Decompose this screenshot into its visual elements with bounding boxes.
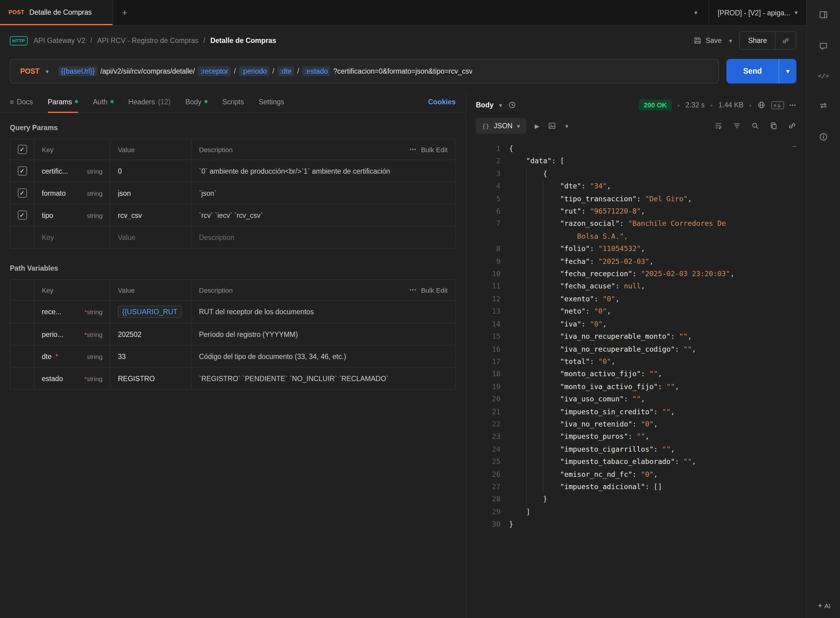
param-description-cell[interactable]: RUT del receptor de los documentos bbox=[191, 301, 455, 323]
code-snippet-icon[interactable]: </> bbox=[818, 73, 829, 79]
more-options-icon[interactable]: ••• bbox=[789, 102, 797, 108]
param-description-cell[interactable]: Description bbox=[191, 226, 455, 248]
method-chevron-icon[interactable]: ▾ bbox=[46, 68, 49, 74]
param-key-cell[interactable]: tipostring bbox=[34, 204, 110, 226]
tab-list-dropdown[interactable]: ▾ bbox=[683, 0, 708, 25]
line-number: 27 bbox=[466, 481, 500, 493]
param-key-cell[interactable]: rece...*string bbox=[34, 301, 110, 323]
preview-options-chevron-icon[interactable]: ▾ bbox=[565, 122, 568, 129]
param-key-cell[interactable]: perio...*string bbox=[34, 324, 110, 345]
send-button[interactable]: Send bbox=[727, 59, 779, 83]
code-line: 12 "exento": "0", bbox=[466, 293, 806, 305]
tab-headers[interactable]: Headers(12) bbox=[128, 91, 171, 112]
tab-settings[interactable]: Settings bbox=[259, 91, 284, 112]
param-value-cell[interactable]: {{USUARIO_RUT bbox=[110, 301, 191, 323]
checkbox-checked[interactable]: ✓ bbox=[18, 145, 27, 154]
variable-value-chip[interactable]: {{USUARIO_RUT bbox=[118, 306, 182, 318]
param-key-cell[interactable]: formatostring bbox=[34, 182, 110, 204]
param-key-cell[interactable]: Key bbox=[34, 226, 110, 248]
line-number: 10 bbox=[466, 267, 500, 280]
request-tab[interactable]: POST Detalle de Compras bbox=[0, 0, 113, 25]
breadcrumb-item[interactable]: Detalle de Compras bbox=[210, 37, 276, 44]
environment-selector[interactable]: [PROD] - [V2] - apiga... ▾ bbox=[708, 0, 806, 25]
copy-icon[interactable] bbox=[769, 122, 778, 130]
response-size[interactable]: 1.44 KB bbox=[718, 101, 743, 108]
breadcrumb-item[interactable]: API Gateway V2 bbox=[34, 37, 86, 44]
param-description-cell[interactable]: `REGISTRO` `PENDIENTE` `NO_INCLUIR` `REC… bbox=[191, 368, 455, 389]
param-description-cell[interactable]: `0` ambiente de producción<br/>`1` ambie… bbox=[191, 160, 455, 182]
bulk-edit-button[interactable]: •••Bulk Edit bbox=[410, 286, 448, 294]
globe-icon[interactable] bbox=[757, 101, 766, 109]
param-value-cell[interactable]: json bbox=[110, 182, 191, 204]
save-options-chevron-icon[interactable]: ▾ bbox=[729, 37, 732, 44]
response-body-selector[interactable]: Body bbox=[476, 101, 494, 108]
link-icon[interactable] bbox=[788, 122, 797, 130]
collapse-response-icon[interactable]: — bbox=[792, 140, 797, 153]
checkbox-checked[interactable]: ✓ bbox=[18, 166, 27, 175]
line-text: "rut": "96571220-8", bbox=[500, 205, 645, 218]
line-number: 20 bbox=[466, 393, 500, 406]
example-icon[interactable]: e.g. bbox=[771, 101, 784, 109]
tab-docs[interactable]: ≡Docs bbox=[10, 91, 33, 112]
format-selector[interactable]: {} JSON ▾ bbox=[476, 118, 526, 134]
response-body-json[interactable]: — 1{2 "data": [3 {4 "dte": "34",5 "tipo_… bbox=[466, 139, 806, 618]
share-button[interactable]: Share bbox=[740, 37, 775, 44]
line-text: "exento": "0", bbox=[500, 293, 620, 305]
dots-icon: ••• bbox=[410, 287, 417, 293]
tab-params[interactable]: Params bbox=[48, 91, 78, 112]
copy-link-icon[interactable] bbox=[776, 37, 796, 45]
checkbox-checked[interactable]: ✓ bbox=[18, 189, 27, 198]
line-text: } bbox=[500, 493, 547, 506]
url-input[interactable]: {{baseUrl}}/api/v2/sii/rcv/compras/detal… bbox=[59, 66, 472, 76]
required-asterisk: * bbox=[84, 330, 86, 338]
param-value-cell[interactable]: 0 bbox=[110, 160, 191, 182]
response-history-icon[interactable] bbox=[508, 101, 517, 109]
response-time[interactable]: 2.32 s bbox=[685, 101, 705, 108]
line-number: 14 bbox=[466, 318, 500, 330]
param-description-cell[interactable]: `json` bbox=[191, 182, 455, 204]
tab-body[interactable]: Body bbox=[185, 91, 207, 112]
documentation-panel-icon[interactable] bbox=[819, 10, 828, 19]
method-selector[interactable]: POST bbox=[10, 67, 46, 75]
visualize-play-icon[interactable]: ▶ bbox=[535, 122, 539, 129]
select-all-cell: ✓ bbox=[10, 139, 34, 160]
related-requests-icon[interactable] bbox=[819, 101, 828, 110]
code-line: 11 "fecha_acuse": null, bbox=[466, 280, 806, 293]
new-tab-button[interactable]: + bbox=[113, 0, 136, 25]
param-value-cell[interactable]: REGISTRO bbox=[110, 368, 191, 389]
param-key-cell[interactable]: estado*string bbox=[34, 368, 110, 389]
line-text: "impuesto_adicional": [] bbox=[500, 481, 662, 493]
search-icon[interactable] bbox=[751, 122, 760, 130]
param-description-cell[interactable]: Código del tipo de documento (33, 34, 46… bbox=[191, 346, 455, 367]
ai-assistant-button[interactable]: AI bbox=[816, 602, 831, 609]
tab-auth[interactable]: Auth bbox=[93, 91, 113, 112]
param-description-cell[interactable]: `rcv` `iecv` `rcv_csv` bbox=[191, 204, 455, 226]
param-value-cell[interactable]: rcv_csv bbox=[110, 204, 191, 226]
path-variable-token: :receptor bbox=[198, 66, 231, 76]
wrap-text-icon[interactable] bbox=[714, 122, 723, 130]
tab-method-label: POST bbox=[9, 9, 24, 15]
bulk-edit-button[interactable]: •••Bulk Edit bbox=[410, 146, 448, 153]
column-header-description: Description•••Bulk Edit bbox=[191, 280, 455, 300]
param-key-cell[interactable]: certific...string bbox=[34, 160, 110, 182]
param-value-cell[interactable]: Value bbox=[110, 226, 191, 248]
param-key-cell[interactable]: dte*string bbox=[34, 346, 110, 367]
info-icon[interactable] bbox=[819, 132, 828, 142]
param-value-cell[interactable]: 202502 bbox=[110, 324, 191, 345]
save-button[interactable]: Save bbox=[693, 36, 721, 45]
checkbox-checked[interactable]: ✓ bbox=[18, 211, 27, 220]
status-badge[interactable]: 200 OK bbox=[639, 100, 672, 110]
cookies-link[interactable]: Cookies bbox=[428, 98, 456, 105]
send-button-group: Send ▾ bbox=[727, 59, 797, 83]
line-number: 8 bbox=[466, 243, 500, 255]
comments-icon[interactable] bbox=[819, 41, 828, 51]
preview-image-icon[interactable] bbox=[548, 122, 557, 130]
tab-scripts[interactable]: Scripts bbox=[222, 91, 244, 112]
filter-icon[interactable] bbox=[733, 122, 741, 130]
save-label: Save bbox=[706, 37, 721, 44]
param-value-cell[interactable]: 33 bbox=[110, 346, 191, 367]
param-description-cell[interactable]: Período del registro (YYYYMM) bbox=[191, 324, 455, 345]
line-number: 13 bbox=[466, 305, 500, 318]
send-options-button[interactable]: ▾ bbox=[779, 59, 797, 83]
breadcrumb-item[interactable]: API RCV - Registro de Compras bbox=[97, 37, 199, 44]
